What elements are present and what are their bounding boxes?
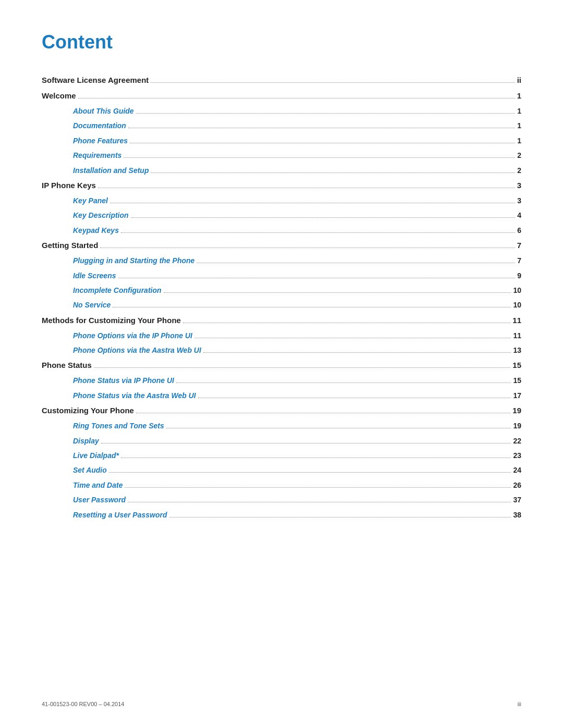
- toc-entry[interactable]: Phone Options via the IP Phone UI11: [42, 330, 521, 341]
- toc-entry[interactable]: IP Phone Keys3: [42, 179, 521, 192]
- toc-page: 1: [517, 135, 521, 146]
- toc-entry[interactable]: Keypad Keys6: [42, 225, 521, 236]
- toc-page: 3: [517, 195, 521, 206]
- toc-label: Phone Status via IP Phone UI: [73, 375, 174, 386]
- toc-label: No Service: [73, 299, 111, 311]
- toc-label: Software License Agreement: [42, 74, 149, 87]
- toc-label: Installation and Setup: [73, 165, 149, 176]
- toc-page: 19: [512, 404, 521, 417]
- toc-label: Keypad Keys: [73, 225, 119, 236]
- toc-page: 4: [517, 209, 521, 221]
- toc-label: Phone Status: [42, 359, 92, 372]
- toc-entry[interactable]: Set Audio24: [42, 464, 521, 476]
- toc-dots: [136, 113, 516, 114]
- toc-dots: [197, 263, 515, 263]
- toc-page: 2: [517, 150, 521, 161]
- toc-label: Phone Status via the Aastra Web UI: [73, 390, 196, 401]
- toc-page: 10: [513, 285, 521, 296]
- toc-entry[interactable]: Phone Features1: [42, 135, 521, 146]
- toc-label: Incomplete Configuration: [73, 285, 162, 296]
- toc-entry[interactable]: Resetting a User Password38: [42, 509, 521, 521]
- toc-page: 1: [517, 120, 521, 131]
- toc-entry[interactable]: No Service10: [42, 299, 521, 311]
- toc-dots: [101, 443, 511, 443]
- toc-label: Welcome: [42, 90, 76, 102]
- toc-page: 22: [513, 435, 521, 447]
- toc-dots: [94, 367, 510, 368]
- toc-label: Live Dialpad*: [73, 450, 119, 461]
- toc-dots: [100, 248, 515, 248]
- toc-dots: [136, 413, 510, 413]
- toc-page: 7: [517, 255, 521, 266]
- toc-dots: [121, 458, 511, 458]
- toc-label: IP Phone Keys: [42, 179, 96, 192]
- toc-label: Ring Tones and Tone Sets: [73, 420, 164, 431]
- toc-entry[interactable]: Methods for Customizing Your Phone11: [42, 314, 521, 327]
- toc-dots: [166, 428, 511, 428]
- toc-page: 23: [513, 450, 521, 461]
- toc-page: 9: [517, 270, 521, 281]
- toc-entry[interactable]: Phone Status via IP Phone UI15: [42, 375, 521, 386]
- toc-page: 37: [513, 494, 521, 505]
- toc-dots: [183, 323, 510, 323]
- toc-entry[interactable]: User Password37: [42, 494, 521, 505]
- toc-page: 26: [513, 479, 521, 491]
- toc-entry[interactable]: Plugging in and Starting the Phone7: [42, 255, 521, 266]
- toc-label: Key Description: [73, 209, 129, 221]
- page-title: Content: [42, 31, 521, 53]
- toc-entry[interactable]: Live Dialpad*23: [42, 450, 521, 461]
- toc-page: 10: [513, 299, 521, 311]
- toc-entry[interactable]: Documentation1: [42, 120, 521, 131]
- toc-entry[interactable]: Time and Date26: [42, 479, 521, 491]
- toc-entry[interactable]: Getting Started7: [42, 239, 521, 252]
- toc-label: Plugging in and Starting the Phone: [73, 255, 194, 266]
- toc-entry[interactable]: Phone Options via the Aastra Web UI13: [42, 344, 521, 356]
- toc-page: 15: [513, 375, 521, 386]
- toc-page: 1: [517, 105, 521, 117]
- toc-dots: [128, 502, 511, 502]
- toc-entry[interactable]: About This Guide1: [42, 105, 521, 117]
- toc-dots: [151, 82, 515, 83]
- toc-entry[interactable]: Display22: [42, 435, 521, 447]
- toc-label: Getting Started: [42, 239, 98, 252]
- toc-page: 17: [513, 390, 521, 401]
- toc-label: Methods for Customizing Your Phone: [42, 314, 181, 327]
- toc-entry[interactable]: Incomplete Configuration10: [42, 285, 521, 296]
- toc-label: Time and Date: [73, 479, 123, 491]
- toc-dots: [109, 472, 511, 473]
- toc-entry[interactable]: Key Panel3: [42, 195, 521, 206]
- footer-right: iii: [518, 701, 521, 707]
- toc-entry[interactable]: Customizing Your Phone19: [42, 404, 521, 417]
- toc-page: 15: [512, 359, 521, 372]
- toc-dots: [113, 307, 511, 307]
- toc-entry[interactable]: Phone Status via the Aastra Web UI17: [42, 390, 521, 401]
- toc-dots: [121, 232, 515, 233]
- toc-label: Key Panel: [73, 195, 108, 206]
- toc-entry[interactable]: Welcome1: [42, 90, 521, 102]
- toc-dots: [131, 217, 516, 218]
- toc-page: ii: [517, 74, 521, 87]
- toc-entry[interactable]: Software License Agreementii: [42, 74, 521, 87]
- footer: 41-001523-00 REV00 – 04.2014 iii: [42, 701, 521, 707]
- toc-entry[interactable]: Key Description4: [42, 209, 521, 221]
- toc-page: 1: [517, 90, 521, 102]
- toc-page: 13: [513, 344, 521, 356]
- table-of-contents: Software License AgreementiiWelcome1Abou…: [42, 74, 521, 521]
- toc-page: 7: [517, 239, 521, 252]
- toc-page: 2: [517, 165, 521, 176]
- toc-dots: [118, 278, 516, 278]
- toc-entry[interactable]: Phone Status15: [42, 359, 521, 372]
- toc-dots: [78, 98, 515, 98]
- toc-dots: [151, 172, 515, 173]
- toc-page: 6: [517, 225, 521, 236]
- toc-dots: [130, 143, 515, 143]
- toc-label: Set Audio: [73, 464, 107, 476]
- toc-entry[interactable]: Ring Tones and Tone Sets19: [42, 420, 521, 431]
- toc-label: Idle Screens: [73, 270, 116, 281]
- toc-label: Documentation: [73, 120, 126, 131]
- toc-entry[interactable]: Requirements2: [42, 150, 521, 161]
- toc-dots: [164, 292, 511, 293]
- toc-entry[interactable]: Installation and Setup2: [42, 165, 521, 176]
- toc-entry[interactable]: Idle Screens9: [42, 270, 521, 281]
- toc-dots: [125, 487, 511, 488]
